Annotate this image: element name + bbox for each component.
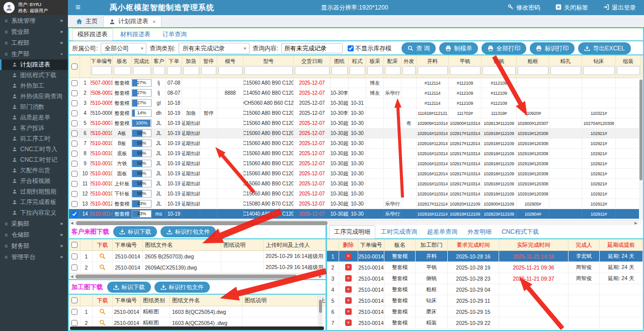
table-row[interactable]: 22508-0002整套模27%lj08-078888C14050 A60 B8…: [69, 88, 643, 98]
delete-icon[interactable]: ×: [345, 308, 352, 315]
table-row[interactable]: 72510-0010B板56%JL10-19延期扣款C15060 A80 B90…: [69, 139, 643, 149]
select-all-checkbox[interactable]: [71, 63, 77, 70]
sidebar-group-系统管理[interactable]: ≡系统管理▶: [0, 15, 68, 26]
detail-tab-工时完成查询[interactable]: 工时完成查询: [376, 226, 422, 238]
table-row[interactable]: 142510-0014整套模43%ms10-19C14040 A80 B90 C…: [69, 209, 643, 219]
column-filter-input[interactable]: [518, 66, 548, 75]
tab-home[interactable]: 主页: [70, 16, 103, 27]
sidebar-group-生产部[interactable]: ≡生产部▼: [0, 48, 68, 59]
row-checkbox[interactable]: [71, 100, 77, 106]
hide-stock-checkbox[interactable]: [348, 45, 354, 51]
sidebar-group-工程部[interactable]: ≡工程部▶: [0, 37, 68, 48]
customer-table-hscrollbar[interactable]: ◀ ▶: [69, 274, 324, 279]
sidebar-item-外协加工[interactable]: 外协加工: [0, 81, 68, 91]
process-row[interactable]: 1×2510-0014整套模开料2025-10-28 162025-11-21 …: [327, 251, 643, 262]
row-checkbox[interactable]: [71, 309, 77, 315]
select-all-checkbox[interactable]: [71, 242, 77, 248]
table-row[interactable]: 102510-0010面板56%JL10-19延期扣款C15060 A80 B9…: [69, 169, 643, 179]
sidebar-item-部门消数[interactable]: 部门消数: [0, 102, 68, 112]
sidebar-item-计划跟进表[interactable]: 计划跟进表: [0, 59, 68, 70]
column-filter-input[interactable]: [617, 66, 640, 75]
row-checkbox[interactable]: [71, 264, 77, 271]
delete-icon[interactable]: ×: [345, 253, 352, 259]
query-content-input[interactable]: [281, 43, 343, 53]
column-filter-input[interactable]: [350, 66, 365, 75]
column-filter-input[interactable]: [167, 66, 181, 75]
detail-tab-CNC程式下载[interactable]: CNC程式下载: [497, 226, 543, 238]
process-table-vscrollbar[interactable]: [318, 296, 323, 327]
table-row[interactable]: 122510-0010下针板56%JL10-19延期扣款C15060 A80 B…: [69, 189, 643, 199]
process-table-hscrollbar[interactable]: [70, 326, 324, 330]
column-filter-input[interactable]: [92, 66, 112, 75]
process-row[interactable]: 7×2510-0014整套模精装2025-10-29 22: [327, 317, 643, 328]
button-标识打包文件[interactable]: 标识打包文件: [154, 282, 210, 293]
sidebar-item-下拉内容定义[interactable]: 下拉内容定义: [0, 208, 68, 218]
sidebar-group-仓储部[interactable]: ≡仓储部▶: [0, 229, 68, 240]
tab-close-icon[interactable]: ×: [152, 19, 155, 25]
magnifier-icon[interactable]: [99, 319, 106, 326]
query-type-select[interactable]: 所有未完成记录 ▼: [179, 43, 250, 54]
delete-icon[interactable]: ×: [345, 297, 352, 304]
column-filter-input[interactable]: [367, 66, 383, 75]
scroll-right-icon[interactable]: ▶: [317, 274, 324, 279]
plan-table-vscrollbar[interactable]: [639, 78, 643, 220]
sidebar-toggle-icon[interactable]: ≡: [75, 0, 80, 15]
column-filter-input[interactable]: [418, 66, 448, 75]
sidebar-item-工序完成看板[interactable]: 工序完成看板: [0, 197, 68, 208]
table-row[interactable]: 112510-0010上针板56%JL10-19延期扣款C15060 A80 B…: [69, 179, 643, 189]
row-checkbox[interactable]: [71, 191, 77, 197]
sidebar-item-外协供应商查询[interactable]: 外协供应商查询: [0, 91, 68, 102]
process-row[interactable]: 3×2510-0014整套模侧铣2025-10-28 232025-11-21 …: [327, 273, 643, 284]
sidebar-item-前工序工时[interactable]: 前工序工时: [0, 134, 68, 144]
company-select[interactable]: 全部公司 ▼: [101, 43, 146, 54]
subtab-模胚跟进表[interactable]: 模胚跟进表: [72, 28, 113, 41]
magnifier-icon[interactable]: [99, 264, 106, 271]
subtab-材料跟进表[interactable]: 材料跟进表: [115, 29, 155, 40]
list-item[interactable]: 12510-00142605 B(250703).dwg2025-10-29 1…: [69, 251, 327, 262]
table-row[interactable]: 52510-0007整套模100%JL10-19延期扣款C15060 A80 B…: [69, 118, 643, 128]
toolbar-button-标识打印[interactable]: 标识打印: [530, 42, 575, 54]
delete-icon[interactable]: ×: [345, 319, 352, 326]
process-row[interactable]: 2×2510-0014整套模平铣2025-10-28 192025-11-21 …: [327, 262, 643, 273]
table-row[interactable]: 42510-0006整套模14%dh10-19加急暂停C15060 A80 B9…: [69, 108, 643, 118]
button-标识打包文件[interactable]: 标识打包文件: [160, 226, 216, 237]
column-filter-input[interactable]: [550, 66, 581, 75]
vscroll-thumb[interactable]: [639, 80, 642, 180]
sidebar-item-CNC工时登记[interactable]: CNC工时登记: [0, 155, 68, 165]
column-filter-input[interactable]: [114, 66, 131, 75]
table-row[interactable]: 62510-0010A板56%JL10-19延期扣款C15060 A80 B90…: [69, 128, 643, 139]
row-checkbox[interactable]: [71, 80, 77, 86]
hscroll-thumb[interactable]: [75, 275, 297, 279]
scroll-left-icon[interactable]: ◀: [69, 274, 75, 279]
table-row[interactable]: 82510-0010底板56%JL10-19延期扣款C15060 A80 B90…: [69, 149, 643, 159]
topbar-action-close-tabs[interactable]: 关闭标签: [555, 4, 588, 12]
sidebar-item-欠配件出货[interactable]: 欠配件出货: [0, 165, 68, 176]
row-checkbox[interactable]: [71, 320, 77, 326]
table-row[interactable]: 132510-0012整套模43%JL10-19延期扣款C15080 A90 B…: [69, 199, 643, 209]
column-filter-input[interactable]: [133, 66, 151, 75]
tab-plan-tracking[interactable]: 计划跟进表 ×: [103, 15, 162, 27]
sidebar-item-过期到期预期[interactable]: 过期到期预期: [0, 186, 68, 197]
column-filter-input[interactable]: [450, 66, 480, 75]
column-filter-input[interactable]: [482, 66, 516, 75]
process-row[interactable]: 4×2510-0014整套模粗框2025-10-29 04: [327, 284, 643, 295]
sidebar-group-财务部[interactable]: ≡财务部▶: [0, 240, 68, 251]
detail-tab-工序完成明细[interactable]: 工序完成明细: [329, 225, 375, 239]
toolbar-button-全部打印[interactable]: 全部打印: [481, 42, 526, 54]
row-checkbox[interactable]: [71, 120, 77, 126]
delete-icon[interactable]: ×: [345, 264, 352, 271]
magnifier-icon[interactable]: [99, 253, 106, 259]
row-checkbox[interactable]: [71, 161, 77, 167]
sidebar-group-管理平台[interactable]: ≡管理平台▶: [0, 251, 68, 262]
delete-icon[interactable]: ×: [345, 286, 352, 293]
toolbar-button-制模单[interactable]: 制模单: [439, 42, 478, 54]
row-checkbox[interactable]: [71, 151, 77, 157]
detail-tab-外发明细[interactable]: 外发明细: [463, 226, 496, 238]
sidebar-item-品质超差单[interactable]: 品质超差单: [0, 112, 68, 123]
sidebar-item-图纸程式下载[interactable]: 图纸程式下载: [0, 70, 68, 81]
column-filter-input[interactable]: [201, 66, 216, 75]
column-filter-input[interactable]: [403, 66, 416, 75]
sidebar-group-采购部[interactable]: ≡采购部▶: [0, 218, 68, 229]
row-checkbox[interactable]: [71, 253, 77, 259]
column-filter-input[interactable]: [245, 66, 293, 75]
